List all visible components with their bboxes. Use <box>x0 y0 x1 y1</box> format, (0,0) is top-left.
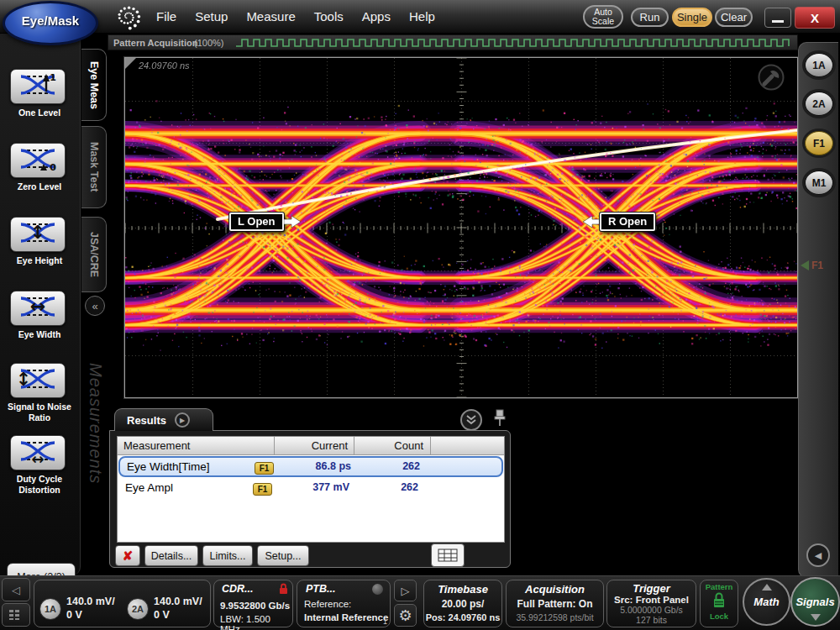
acquisition-rate: 35.99212598 pts/bit <box>507 612 603 622</box>
triangle-left-icon: ◁ <box>12 584 20 596</box>
play-outline-icon: ▷ <box>402 585 410 597</box>
trigger-panel[interactable]: Trigger Src: Front Panel 5.0000000 Gb/s … <box>606 580 696 627</box>
led-icon <box>372 584 383 595</box>
triangle-down-icon <box>811 614 821 621</box>
source-f1-button[interactable]: F1 <box>805 131 833 155</box>
result-row-eye-ampl[interactable]: Eye Ampl F1 377 mV 262 <box>118 479 503 500</box>
zero-level-button[interactable]: 0 <box>10 143 66 178</box>
source-1a-button[interactable]: 1A <box>805 53 833 77</box>
tab-mask-test[interactable]: Mask Test <box>81 126 107 208</box>
dcd-button[interactable]: ↔ <box>10 435 66 470</box>
channel-1a-offset: 0 V <box>66 609 82 621</box>
eye-width-button[interactable]: ↔ <box>10 291 66 326</box>
measurements-watermark: Measurements <box>86 363 105 484</box>
limits-button[interactable]: Limits... <box>202 545 253 566</box>
tab-jsa-cre[interactable]: JSA/CRE <box>81 217 107 292</box>
l-open-callout[interactable]: L Open <box>229 213 302 231</box>
col-current: Current <box>312 439 348 452</box>
menu-tools[interactable]: Tools <box>314 9 344 24</box>
ptb-title: PTB... <box>306 583 335 595</box>
minimize-button[interactable] <box>764 8 791 28</box>
menu-file[interactable]: File <box>156 9 176 24</box>
l-open-label: L Open <box>229 213 284 231</box>
ptb-panel[interactable]: PTB... Reference: Internal Reference 1 <box>297 580 391 627</box>
run-pause-button[interactable]: ▷ <box>394 580 417 601</box>
nav-back-button[interactable]: ◁ <box>2 578 30 601</box>
f1-level-marker: F1 <box>801 260 823 271</box>
close-button[interactable]: X <box>795 7 835 29</box>
cdr-panel[interactable]: CDR... 9.9532800 Gb/s LBW: 1.500 MHz <box>213 580 293 627</box>
col-count: Count <box>394 439 423 452</box>
table-view-button[interactable] <box>431 543 465 567</box>
delete-x-icon: ✘ <box>123 549 134 564</box>
channels-panel[interactable]: 1A 140.0 mV/ 0 V 2A 140.0 mV/ 0 V <box>34 580 211 627</box>
run-button[interactable]: Run <box>631 8 669 27</box>
eye-height-button[interactable]: ↕ <box>10 217 66 252</box>
results-tab-label: Results <box>127 414 166 427</box>
signals-button[interactable]: Signals <box>790 577 840 627</box>
cdr-rate: 9.9532800 Gb/s <box>220 601 290 611</box>
results-minimize-button[interactable] <box>460 409 482 431</box>
math-button[interactable]: Math <box>743 578 790 626</box>
current-value: 86.8 ps <box>276 460 351 472</box>
status-bar: ◁ 1A 140.0 mV/ 0 V 2A 140.0 mV/ 0 V CDR.… <box>0 575 840 630</box>
tab-eye-meas[interactable]: Eye Meas <box>81 49 107 121</box>
result-row-eye-width[interactable]: Eye Width[Time] F1 86.8 ps 262 <box>118 456 503 477</box>
measurement-name: Eye Ampl <box>125 481 173 494</box>
grid-layout-button[interactable] <box>2 603 30 627</box>
menu-measure[interactable]: Measure <box>246 9 295 24</box>
source-m1-button[interactable]: M1 <box>805 171 833 195</box>
timebase-title: Timebase <box>424 583 501 596</box>
results-table-header: Measurement Current Count <box>118 437 504 455</box>
play-icon: ▶ <box>180 417 185 424</box>
settings-button[interactable]: ⚙ <box>394 604 417 627</box>
panel-collapse-left-button[interactable]: ◀ <box>806 543 830 567</box>
cdr-lbw: LBW: 1.500 MHz <box>220 614 292 630</box>
trigger-title: Trigger <box>607 582 696 595</box>
results-play-button[interactable]: ▶ <box>175 412 190 428</box>
menu-setup[interactable]: Setup <box>195 9 228 24</box>
gear-icon: ⚙ <box>398 606 412 625</box>
setup-button[interactable]: Setup... <box>257 545 309 566</box>
auto-scale-button[interactable]: Auto Scale <box>583 5 623 29</box>
minimize-icon <box>772 20 784 23</box>
results-tab[interactable]: Results ▶ <box>114 408 213 431</box>
single-button[interactable]: Single <box>672 8 712 27</box>
snr-icon: ↕ <box>18 365 58 397</box>
results-table: Measurement Current Count Eye Width[Time… <box>117 436 505 543</box>
zero-level-label: Zero Level <box>0 181 79 192</box>
timebase-panel[interactable]: Timebase 20.00 ps/ Pos: 24.09760 ns <box>423 580 502 627</box>
app-mode-logo[interactable]: Eye/Mask <box>3 1 98 45</box>
eye-height-label: Eye Height <box>0 255 79 266</box>
r-open-callout[interactable]: R Open <box>581 213 655 231</box>
delete-measurement-button[interactable]: ✘ <box>115 545 140 566</box>
starburst-icon <box>111 1 144 34</box>
menu-help[interactable]: Help <box>409 9 435 24</box>
results-panel: Measurement Current Count Eye Width[Time… <box>109 430 511 568</box>
count-value: 262 <box>356 460 420 472</box>
waveform-display: 24.09760 ns L Open R Open <box>124 57 798 398</box>
zero-level-icon: 0 <box>18 144 58 177</box>
sidebar-collapse-button[interactable]: « <box>85 296 105 316</box>
ptb-ref-value: Internal Reference <box>304 612 388 622</box>
pattern-waveform-icon <box>108 35 797 50</box>
details-button[interactable]: Details... <box>144 545 198 566</box>
pattern-lock-label-top: Pattern <box>701 582 738 591</box>
trigger-source: Src: Front Panel <box>607 595 696 605</box>
source-2a-button[interactable]: 2A <box>805 92 833 116</box>
clear-button[interactable]: Clear <box>715 8 753 27</box>
one-level-button[interactable]: 1 <box>10 69 66 104</box>
squares-grid-icon <box>9 610 23 620</box>
pattern-lock-button[interactable]: Pattern Lock <box>700 580 738 627</box>
menu-apps[interactable]: Apps <box>362 9 391 24</box>
measurement-name: Eye Width[Time] <box>127 460 210 473</box>
col-measurement: Measurement <box>123 439 190 452</box>
snr-label: Signal to Noise Ratio <box>0 402 79 423</box>
acquisition-panel[interactable]: Acquisition Full Pattern: On 35.99212598… <box>506 580 604 627</box>
snr-button[interactable]: ↕ <box>10 363 66 398</box>
grid-view-icon <box>438 549 458 562</box>
pin-icon[interactable] <box>492 408 507 428</box>
svg-text:1: 1 <box>50 72 56 83</box>
wrench-icon[interactable] <box>757 63 785 92</box>
trigger-bits: 127 bits <box>607 615 696 625</box>
